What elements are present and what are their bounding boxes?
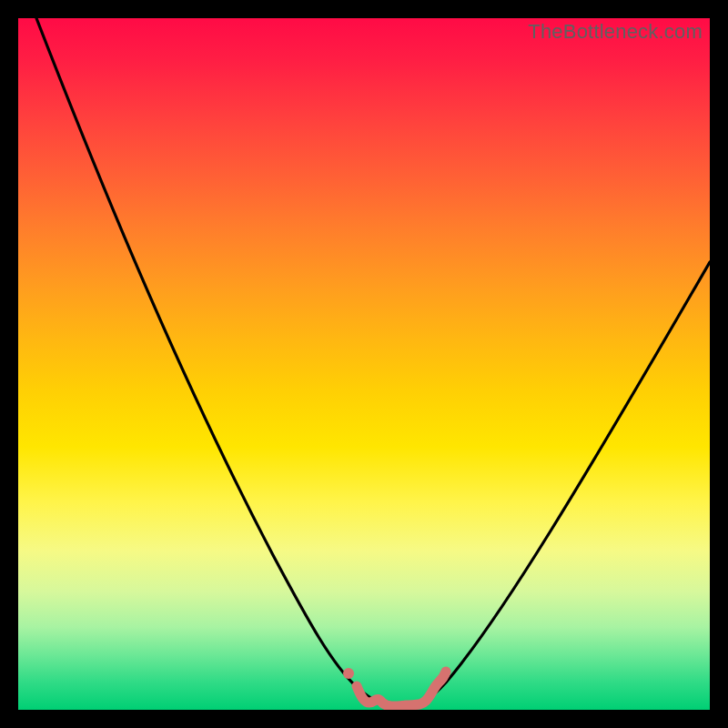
- attribution-label: TheBottleneck.com: [528, 20, 703, 44]
- chart-overlay: [18, 18, 710, 710]
- bottleneck-curve: [36, 18, 710, 705]
- chart-frame: TheBottleneck.com: [18, 18, 710, 710]
- squiggle-dot-icon: [343, 668, 354, 679]
- optimal-region-squiggle: [357, 672, 446, 706]
